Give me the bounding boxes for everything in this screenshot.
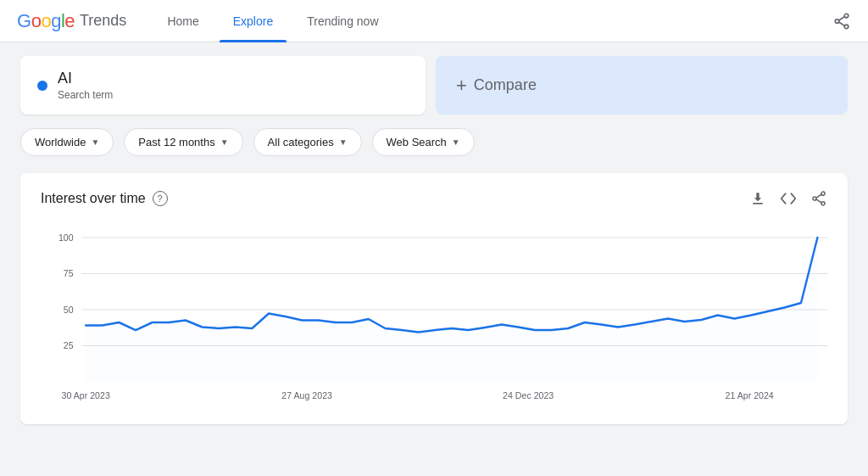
filter-category-chevron: ▼ (339, 137, 348, 147)
svg-point-1 (835, 19, 839, 23)
embed-button[interactable] (780, 190, 797, 207)
filter-type[interactable]: Web Search ▼ (372, 128, 475, 156)
chart-header: Interest over time ? (41, 190, 827, 207)
search-term-dot (37, 81, 47, 91)
chart-actions (749, 190, 827, 207)
filter-category-label: All categories (268, 136, 334, 148)
compare-card[interactable]: + Compare (436, 56, 848, 115)
main-content: AI Search term + Compare Worldwide ▼ Pas… (0, 42, 868, 438)
logo-trends-text: Trends (80, 12, 126, 30)
filters-row: Worldwide ▼ Past 12 months ▼ All categor… (20, 128, 848, 156)
header-share-button[interactable] (832, 12, 851, 31)
svg-point-2 (844, 25, 849, 29)
search-term-card: AI Search term (20, 56, 426, 115)
share-icon (832, 12, 851, 31)
svg-point-6 (813, 197, 816, 200)
chart-card: Interest over time ? (20, 173, 848, 424)
filter-category[interactable]: All categories ▼ (253, 128, 362, 156)
svg-text:25: 25 (64, 340, 74, 350)
compare-label: Compare (474, 76, 537, 94)
svg-text:75: 75 (64, 268, 74, 278)
svg-line-3 (839, 16, 845, 20)
filter-geo-label: Worldwide (35, 136, 86, 148)
svg-point-0 (844, 14, 849, 18)
trend-chart-svg: 100 75 50 25 30 Apr 2023 27 Aug 2023 24 … (41, 221, 827, 407)
svg-text:30 Apr 2023: 30 Apr 2023 (62, 390, 110, 400)
filter-geo-chevron: ▼ (91, 137, 99, 147)
search-section: AI Search term + Compare (20, 56, 848, 115)
svg-text:50: 50 (64, 305, 74, 315)
compare-plus-icon: + (456, 75, 467, 97)
chart-share-icon (810, 190, 827, 207)
chart-title: Interest over time (41, 191, 146, 206)
svg-text:27 Aug 2023: 27 Aug 2023 (281, 390, 332, 400)
chart-title-row: Interest over time ? (41, 191, 168, 206)
filter-time-label: Past 12 months (138, 136, 214, 148)
filter-type-chevron: ▼ (452, 137, 460, 147)
svg-line-9 (816, 199, 821, 203)
svg-line-4 (839, 22, 845, 25)
svg-text:24 Dec 2023: 24 Dec 2023 (503, 390, 554, 400)
svg-point-5 (821, 192, 825, 195)
svg-point-7 (821, 202, 825, 205)
embed-icon (780, 190, 797, 207)
search-term-type: Search term (58, 89, 113, 101)
header: Google Trends Home Explore Trending now (0, 0, 868, 42)
svg-text:100: 100 (58, 232, 74, 243)
svg-line-8 (816, 194, 821, 198)
download-button[interactable] (749, 190, 766, 207)
chart-container: 100 75 50 25 30 Apr 2023 27 Aug 2023 24 … (41, 221, 827, 411)
nav-explore[interactable]: Explore (220, 0, 287, 42)
download-icon (749, 190, 766, 207)
search-term-info: AI Search term (58, 70, 113, 101)
filter-time-chevron: ▼ (220, 137, 229, 147)
nav-home[interactable]: Home (153, 0, 212, 42)
filter-type-label: Web Search (387, 136, 447, 148)
help-icon: ? (158, 193, 163, 204)
search-term-label: AI (58, 70, 113, 87)
filter-time[interactable]: Past 12 months ▼ (124, 128, 242, 156)
chart-help-button[interactable]: ? (153, 191, 168, 206)
logo-google-text: Google (17, 10, 75, 32)
nav-trending[interactable]: Trending now (293, 0, 392, 42)
main-nav: Home Explore Trending now (153, 0, 832, 42)
logo: Google Trends (17, 10, 126, 32)
svg-text:21 Apr 2024: 21 Apr 2024 (726, 390, 774, 400)
filter-geo[interactable]: Worldwide ▼ (20, 128, 114, 156)
share-button[interactable] (810, 190, 827, 207)
